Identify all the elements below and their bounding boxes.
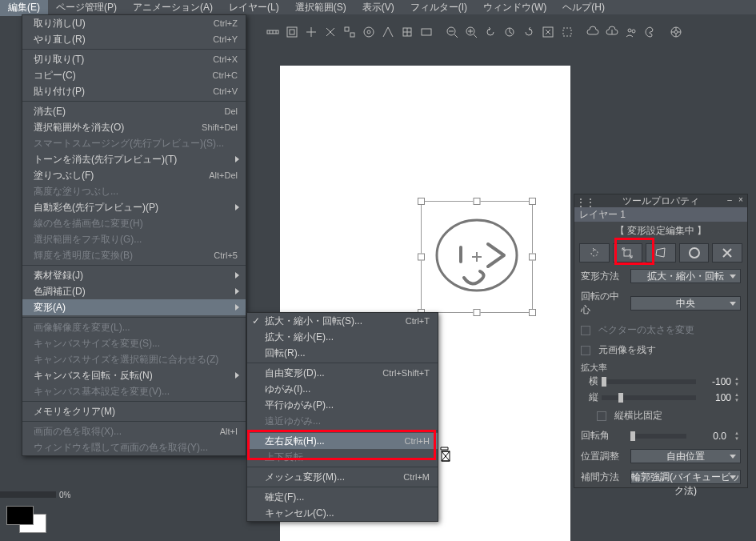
mi-copy[interactable]: コピー(C)Ctrl+C	[22, 67, 246, 83]
mi-canvas-rotate[interactable]: キャンバスを回転・反転(N)	[22, 367, 246, 383]
mi-clear-memory[interactable]: メモリをクリア(M)	[22, 403, 246, 419]
smi-scale[interactable]: 拡大・縮小(E)...	[247, 329, 438, 345]
minimize-icon[interactable]: –	[725, 195, 734, 205]
check-vector-width[interactable]	[581, 326, 590, 335]
handle-t[interactable]	[474, 198, 481, 205]
check-lock-aspect[interactable]	[597, 411, 606, 421]
people-icon[interactable]	[622, 23, 640, 41]
svg-line-17	[454, 34, 458, 38]
smi-rotate[interactable]: 回転(R)...	[247, 345, 438, 361]
rotate-cw-icon[interactable]	[520, 23, 538, 41]
mi-fill[interactable]: 塗りつぶし(F)Alt+Del	[22, 167, 246, 183]
handle-tl[interactable]	[418, 198, 425, 205]
handle-r[interactable]	[529, 254, 536, 261]
smi-scale-rotate[interactable]: 拡大・縮小・回転(S)...Ctrl+T	[247, 313, 438, 329]
stepper-angle[interactable]: ▲▼	[733, 431, 741, 442]
handle-br[interactable]	[529, 309, 536, 316]
palette-icon[interactable]	[642, 23, 659, 41]
mi-line-to-drawcolor: 線の色を描画色に変更(H)	[22, 215, 246, 231]
op-cancel-icon[interactable]	[712, 243, 742, 262]
mi-erase-tone[interactable]: トーンを消去(先行プレビュー)(T)	[22, 151, 246, 167]
mi-undo[interactable]: 取り消し(U)Ctrl+Z	[22, 15, 246, 31]
zoom-in-icon[interactable]	[462, 23, 480, 41]
mi-paste[interactable]: 貼り付け(P)Ctrl+V	[22, 83, 246, 99]
smi-flip-h[interactable]: 左右反転(H)...Ctrl+H	[247, 433, 438, 449]
fg-color-swatch[interactable]	[6, 506, 34, 525]
smi-confirm[interactable]: 確定(F)...	[247, 489, 438, 505]
stepper-h[interactable]: ▲▼	[733, 376, 741, 387]
toolbar	[264, 22, 685, 42]
menu-window[interactable]: ウィンドウ(W)	[475, 0, 554, 16]
mi-erase-outside[interactable]: 選択範囲外を消去(O)Shift+Del	[22, 119, 246, 135]
menu-page[interactable]: ページ管理(P)	[48, 0, 125, 16]
fit-icon[interactable]	[539, 23, 557, 41]
mi-transform[interactable]: 変形(A)	[22, 299, 246, 315]
smi-free-transform[interactable]: 自由変形(D)...Ctrl+Shift+T	[247, 365, 438, 381]
tool-snap6-icon[interactable]	[379, 23, 397, 41]
svg-rect-8	[345, 27, 349, 31]
tool-snap1-icon[interactable]	[283, 23, 301, 41]
op-scale-icon[interactable]	[613, 243, 643, 262]
mi-erase[interactable]: 消去(E)Del	[22, 103, 246, 119]
layer-tab[interactable]: レイヤー 1	[574, 207, 747, 222]
rotate-ccw-icon[interactable]	[482, 23, 499, 41]
mi-cut[interactable]: 切り取り(T)Ctrl+X	[22, 51, 246, 67]
slider-angle[interactable]	[630, 434, 686, 439]
mi-smart-smoothing: スマートスムージング(先行プレビュー)(S)...	[22, 135, 246, 151]
op-free-icon[interactable]	[646, 243, 676, 262]
tool-snap2-icon[interactable]	[302, 23, 320, 41]
mi-color-correction[interactable]: 色調補正(D)	[22, 283, 246, 299]
svg-point-40	[690, 248, 699, 258]
menu-edit[interactable]: 編集(E)	[0, 0, 48, 16]
menu-filter[interactable]: フィルター(I)	[402, 0, 475, 16]
mi-redo[interactable]: やり直し(R)Ctrl+Y	[22, 31, 246, 47]
select-method[interactable]: 拡大・縮小・回転	[630, 269, 741, 283]
tool-property-panel: ⋮⋮ ツールプロパティ – × レイヤー 1 【 変形設定編集中 】 変形方法 …	[574, 194, 748, 488]
menu-help[interactable]: ヘルプ(H)	[554, 0, 613, 16]
zoom-out-icon[interactable]	[443, 23, 461, 41]
menu-anim[interactable]: アニメーション(A)	[125, 0, 221, 16]
smi-skew[interactable]: 平行ゆがみ(P)...	[247, 397, 438, 413]
tool-snap8-icon[interactable]	[418, 23, 435, 41]
op-reset-icon[interactable]	[579, 243, 610, 262]
op-confirm-icon[interactable]	[679, 243, 710, 262]
close-icon[interactable]: ×	[736, 195, 746, 205]
mi-auto-color[interactable]: 自動彩色(先行プレビュー)(P)	[22, 199, 246, 215]
slider-v[interactable]	[602, 395, 696, 400]
tool-snap5-icon[interactable]	[360, 23, 378, 41]
support-icon[interactable]	[667, 23, 685, 41]
tool-snap7-icon[interactable]	[398, 23, 416, 41]
menu-selection[interactable]: 選択範囲(S)	[287, 0, 354, 16]
menu-view[interactable]: 表示(V)	[354, 0, 402, 16]
add-cloud-icon[interactable]	[584, 23, 602, 41]
select-interp[interactable]: 輪郭強調(バイキュービック法)	[630, 470, 741, 484]
mi-register-material[interactable]: 素材登録(J)	[22, 267, 246, 283]
tool-rulers-icon[interactable]	[264, 23, 282, 41]
smi-distort[interactable]: ゆがみ(I)...	[247, 381, 438, 397]
tool-snap4-icon[interactable]	[341, 23, 358, 41]
handle-l[interactable]	[418, 254, 425, 261]
slider-h[interactable]	[602, 379, 696, 384]
editing-status: 【 変形設定編集中 】	[574, 222, 747, 240]
select-pos[interactable]: 自由位置	[630, 449, 741, 463]
menu-layer[interactable]: レイヤー(L)	[221, 0, 287, 16]
progress: 0%	[0, 488, 80, 501]
smi-cancel[interactable]: キャンセル(C)...	[247, 505, 438, 521]
color-swatches[interactable]	[6, 506, 48, 535]
grip-icon[interactable]: ⋮⋮	[576, 197, 584, 205]
handle-b[interactable]	[474, 309, 481, 316]
check-keep-orig[interactable]	[581, 346, 590, 355]
tool-snap3-icon[interactable]	[322, 23, 339, 41]
select-center[interactable]: 中央	[630, 296, 741, 311]
stepper-v[interactable]: ▲▼	[733, 392, 741, 403]
value-angle: 0.0	[691, 431, 726, 442]
smi-mesh[interactable]: メッシュ変形(M)...Ctrl+M	[247, 469, 438, 485]
panel-titlebar[interactable]: ⋮⋮ ツールプロパティ – ×	[574, 194, 747, 207]
svg-point-11	[367, 30, 370, 34]
transform-bounding-box[interactable]	[418, 198, 536, 316]
marquee-icon[interactable]	[558, 23, 576, 41]
add-cloud2-icon[interactable]	[603, 23, 621, 41]
svg-rect-27	[563, 28, 571, 36]
handle-tr[interactable]	[529, 198, 536, 205]
rotate-reset-icon[interactable]	[501, 23, 518, 41]
